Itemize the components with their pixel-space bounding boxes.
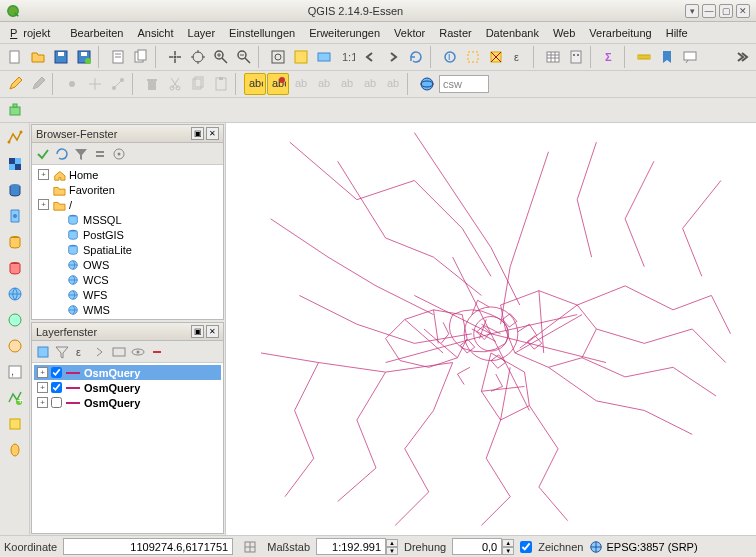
zoom-native-button[interactable]: 1:1	[336, 46, 358, 68]
menu-vektor[interactable]: Vektor	[388, 25, 431, 41]
menu-hilfe[interactable]: Hilfe	[660, 25, 694, 41]
new-project-button[interactable]	[4, 46, 26, 68]
rotation-down[interactable]: ▼	[502, 547, 514, 555]
browser-close-button[interactable]: ✕	[206, 127, 219, 140]
menu-projekt[interactable]: Projekt	[4, 25, 62, 41]
browser-item[interactable]: +Home	[34, 167, 221, 182]
zoom-last-button[interactable]	[359, 46, 381, 68]
stats-button[interactable]: Σ	[599, 46, 621, 68]
render-checkbox[interactable]	[520, 541, 532, 553]
plugin-button[interactable]	[4, 99, 26, 121]
menu-web[interactable]: Web	[547, 25, 581, 41]
deselect-button[interactable]	[485, 46, 507, 68]
browser-collapse-button[interactable]	[91, 145, 109, 163]
coord-input[interactable]	[63, 538, 233, 555]
new-spatialite-button[interactable]	[3, 412, 27, 436]
crs-button[interactable]: EPSG:3857 (SRP)	[589, 540, 697, 554]
menu-raster[interactable]: Raster	[433, 25, 477, 41]
layers-undock-button[interactable]: ▣	[191, 325, 204, 338]
browser-item[interactable]: PostGIS	[34, 227, 221, 242]
composer-manager-button[interactable]	[130, 46, 152, 68]
label-change-button[interactable]: ab	[382, 73, 404, 95]
label-pin-button[interactable]: ab	[290, 73, 312, 95]
browser-item[interactable]: Favoriten	[34, 182, 221, 197]
menu-ansicht[interactable]: Ansicht	[131, 25, 179, 41]
add-raster-button[interactable]	[3, 152, 27, 176]
menu-einstellungen[interactable]: Einstellungen	[223, 25, 301, 41]
zoom-out-button[interactable]	[233, 46, 255, 68]
pan-to-selection-button[interactable]	[187, 46, 209, 68]
refresh-button[interactable]	[405, 46, 427, 68]
select-expression-button[interactable]: ε	[508, 46, 530, 68]
save-edits-button[interactable]	[27, 73, 49, 95]
browser-item[interactable]: SpatiaLite	[34, 242, 221, 257]
add-postgis-button[interactable]	[3, 178, 27, 202]
label-settings-button[interactable]: abc	[267, 73, 289, 95]
scale-up[interactable]: ▲	[386, 539, 398, 547]
move-feature-button[interactable]	[84, 73, 106, 95]
layers-group-button[interactable]	[110, 343, 128, 361]
help-button[interactable]: ▾	[685, 4, 699, 18]
add-vector-button[interactable]	[3, 126, 27, 150]
minimize-button[interactable]: —	[702, 4, 716, 18]
zoom-selection-button[interactable]	[290, 46, 312, 68]
measure-button[interactable]	[633, 46, 655, 68]
browser-item[interactable]: WFS	[34, 287, 221, 302]
scale-input[interactable]	[316, 538, 386, 555]
layer-item[interactable]: +OsmQuery	[34, 395, 221, 410]
add-wcs-button[interactable]	[3, 308, 27, 332]
browser-item[interactable]: WCS	[34, 272, 221, 287]
add-spatialite-button[interactable]	[3, 204, 27, 228]
select-button[interactable]	[462, 46, 484, 68]
browser-properties-button[interactable]	[110, 145, 128, 163]
browser-item[interactable]: OWS	[34, 257, 221, 272]
node-tool-button[interactable]	[107, 73, 129, 95]
layer-item[interactable]: +OsmQuery	[34, 365, 221, 380]
open-project-button[interactable]	[27, 46, 49, 68]
menu-datenbank[interactable]: Datenbank	[480, 25, 545, 41]
new-shapefile-button[interactable]: +	[3, 386, 27, 410]
open-table-button[interactable]	[542, 46, 564, 68]
text-annotation-button[interactable]	[679, 46, 701, 68]
new-gpx-button[interactable]	[3, 438, 27, 462]
scale-down[interactable]: ▼	[386, 547, 398, 555]
layers-expand-button[interactable]	[91, 343, 109, 361]
identify-button[interactable]: i	[439, 46, 461, 68]
metasearch-button[interactable]	[416, 73, 438, 95]
label-tool-button[interactable]: abc	[244, 73, 266, 95]
zoom-full-button[interactable]	[267, 46, 289, 68]
add-oracle-button[interactable]	[3, 256, 27, 280]
csw-input[interactable]: csw	[439, 75, 489, 93]
menu-bearbeiten[interactable]: Bearbeiten	[64, 25, 129, 41]
toolbar-overflow-button[interactable]	[730, 46, 752, 68]
maximize-button[interactable]: ▢	[719, 4, 733, 18]
save-as-button[interactable]	[73, 46, 95, 68]
add-mssql-button[interactable]	[3, 230, 27, 254]
rotation-up[interactable]: ▲	[502, 539, 514, 547]
zoom-in-button[interactable]	[210, 46, 232, 68]
layers-visibility-button[interactable]	[129, 343, 147, 361]
close-button[interactable]: ✕	[736, 4, 750, 18]
paste-button[interactable]	[210, 73, 232, 95]
layers-remove-button[interactable]	[148, 343, 166, 361]
add-wfs-button[interactable]	[3, 334, 27, 358]
layer-item[interactable]: +OsmQuery	[34, 380, 221, 395]
new-composer-button[interactable]	[107, 46, 129, 68]
browser-item[interactable]: WMS	[34, 302, 221, 317]
browser-refresh-button[interactable]	[53, 145, 71, 163]
save-project-button[interactable]	[50, 46, 72, 68]
browser-tree[interactable]: +HomeFavoriten+/MSSQLPostGISSpatiaLiteOW…	[32, 165, 223, 319]
label-rotate-button[interactable]: ab	[359, 73, 381, 95]
layers-list[interactable]: +OsmQuery+OsmQuery+OsmQuery	[32, 363, 223, 533]
add-delimited-button[interactable]: ,	[3, 360, 27, 384]
browser-item[interactable]: +/	[34, 197, 221, 212]
zoom-layer-button[interactable]	[313, 46, 335, 68]
menu-verarbeitung[interactable]: Verarbeitung	[583, 25, 657, 41]
browser-filter-button[interactable]	[72, 145, 90, 163]
cut-button[interactable]	[164, 73, 186, 95]
browser-item[interactable]: MSSQL	[34, 212, 221, 227]
field-calc-button[interactable]	[565, 46, 587, 68]
menu-layer[interactable]: Layer	[182, 25, 222, 41]
layers-expression-button[interactable]: ε	[72, 343, 90, 361]
rotation-input[interactable]	[452, 538, 502, 555]
